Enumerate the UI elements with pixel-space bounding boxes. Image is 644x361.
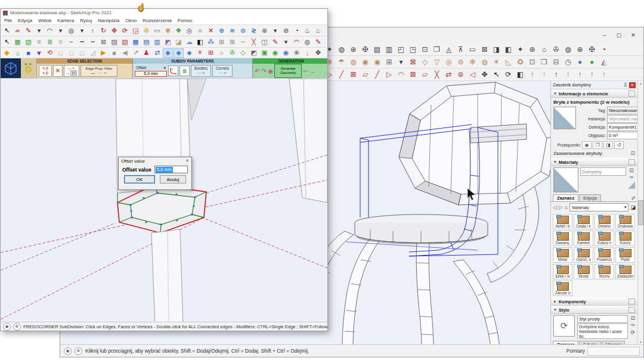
toolbar-icon[interactable]: ▰ [13,26,23,35]
credits-icon[interactable]: ⊕ [75,347,82,355]
toolbar-icon[interactable]: ⇄ [443,69,454,80]
toolbar-icon[interactable]: ✾ [163,26,173,35]
toolbar-icon[interactable]: ◳ [407,44,419,55]
toolbar-icon[interactable]: ◲ [131,26,141,35]
toolbar-icon[interactable]: ◍ [66,26,76,35]
toolbar-icon[interactable]: ↖ [491,69,502,80]
toolbar-icon[interactable]: ⊗ [259,26,270,35]
material-folder[interactable]: Kolory n [595,231,614,246]
style-description-box[interactable]: Domyślne kolory. Niebieskie niebo i szar… [577,323,628,339]
toolbar-icon[interactable]: ⊚ [455,57,466,67]
eyedropper-icon[interactable]: ✐ [631,195,636,201]
toolbar-icon[interactable]: ◆ [2,48,12,58]
toolbar-icon[interactable]: − [66,37,76,46]
toolbar-icon[interactable]: ✥ [479,69,490,80]
geolocation-icon[interactable]: ◉ [3,323,11,331]
toolbar-icon[interactable]: ○ [216,48,227,58]
panel-header-styles[interactable]: ▼ Style ▫ [551,306,637,314]
segments-button[interactable]: ||| [179,66,190,76]
menu-item[interactable]: Narzędzia [98,18,119,23]
toolbar-icon[interactable]: ✥ [313,48,323,58]
lock-toggle-icon[interactable]: ❐ [593,141,602,149]
toolbar-icon[interactable]: ↑ [527,69,538,80]
edge-prop-filter-button[interactable]: Edge Prop. Filter — ⋯ ╌ [80,65,117,77]
toolbar-icon[interactable]: ⌂ [538,44,550,55]
toolbar-icon[interactable]: ↑ [538,69,550,80]
toolbar-icon[interactable]: ↗ [131,48,141,58]
toolbar-icon[interactable]: ◠ [45,26,55,35]
toolbar-icon[interactable]: ▾ [55,26,66,35]
toolbar-icon[interactable]: ⊕ [216,26,227,35]
toolbar-icon[interactable]: □ [66,48,76,58]
material-folder[interactable]: Ogród, o [574,247,593,263]
tray-scrollbar[interactable]: ▲ ▼ [637,81,643,344]
toolbar-icon[interactable]: ☀ [491,57,502,67]
toolbar-icon[interactable]: ▾ [77,26,87,35]
profile-curve-button[interactable] [168,66,178,76]
generate-geometry-button[interactable]: GenerateGeometry [274,64,302,78]
menu-item[interactable]: Kamera [57,18,74,23]
toolbar-icon[interactable]: ╳ [249,37,259,46]
toolbar-icon[interactable]: ○ [195,26,205,35]
menu-item[interactable]: Widok [38,18,51,23]
update-style-icon[interactable]: ✑ [630,322,635,328]
toolbar-icon[interactable]: ◧ [515,69,526,80]
panel-header-materials[interactable]: ▼ Materiały ▫ [551,158,637,166]
toolbar-icon[interactable]: ↖ [2,37,12,46]
menu-item[interactable]: Pomoc [178,18,193,23]
toolbar-icon[interactable]: ↑ [562,69,574,80]
toolbar-icon[interactable]: ⊠ [479,44,490,55]
toolbar-icon[interactable]: ⊜ [238,26,248,35]
toolbar-icon[interactable]: ❐ [431,44,442,55]
toolbar-icon[interactable]: ⟲ [45,48,55,58]
geolocation-icon[interactable]: ◉ [64,347,72,355]
tag-dropdown[interactable]: Nieoznakowane▾ [607,107,637,114]
panel-options-icon[interactable]: ▫ [628,307,635,313]
toolbar-icon[interactable]: ♟ [141,48,151,58]
panel-options-icon[interactable]: ▫ [628,159,635,165]
toolbar-icon[interactable]: ✠ [360,44,371,55]
toolbar-icon[interactable]: ⊞ [206,48,216,58]
exit-icon[interactable]: → [309,68,315,74]
material-folder[interactable]: Woda [574,264,593,279]
toolbar-icon[interactable]: ⇄ [152,48,162,58]
toolbar-icon[interactable]: ⊘ [281,26,291,35]
toolbar-icon[interactable]: ♨ [313,26,323,35]
reset-toggle-icon[interactable]: ↺ [614,141,624,149]
toolbar-icon[interactable]: ◈ [174,48,184,58]
material-folder[interactable]: Asfalt i b [553,214,572,229]
toolbar-icon[interactable]: ▥ [383,44,395,55]
toolbar-icon[interactable]: □ [55,48,66,58]
toolbar-icon[interactable]: ◫ [259,37,270,46]
toolbar-icon[interactable]: ▭ [467,44,478,55]
tray-close-icon[interactable]: ✕ [629,82,636,88]
toolbar-icon[interactable]: ● [574,57,586,67]
toolbar-icon[interactable]: ▷ [383,69,395,80]
toolbar-icon[interactable]: ◎ [184,26,194,35]
material-folder[interactable]: Cegła i e [574,214,593,229]
tab-edit[interactable]: Edycja [579,194,601,201]
toolbar-icon[interactable]: ◇ [419,57,431,67]
toolbar-icon[interactable]: ◍ [348,57,359,67]
credits-icon[interactable]: ⊕ [13,323,21,331]
toolbar-icon[interactable]: ◪ [174,37,184,46]
material-folder[interactable]: Kolory [615,231,635,246]
forward-icon[interactable]: ▷ [559,204,563,210]
toolbar-icon[interactable]: ▼ [34,48,44,58]
refresh-icon[interactable]: ⟳ [630,329,635,335]
paint-tools-icon[interactable]: ✑ [629,175,634,181]
material-folder[interactable]: Wzory [595,264,614,279]
toolbar-icon[interactable]: ◿ [88,48,98,58]
toolbar-icon[interactable]: ◉ [371,57,383,67]
toolbar-icon[interactable]: ◍ [479,57,490,67]
toolbar-icon[interactable]: ◩ [163,37,173,46]
toolbar-icon[interactable]: ❖ [174,26,184,35]
definition-input[interactable]: Komponent#1 [607,123,637,131]
toolbar-icon[interactable]: ◍ [336,44,347,55]
toolbar-icon[interactable]: ◔ [292,26,302,35]
material-folder[interactable]: Kamień [574,231,593,246]
toolbar-icon[interactable]: ◨ [491,44,502,55]
toolbar-icon[interactable]: ╱ [371,69,383,80]
toolbar-icon[interactable]: ▧ [23,37,33,46]
toolbar-icon[interactable]: ◁ [467,69,478,80]
